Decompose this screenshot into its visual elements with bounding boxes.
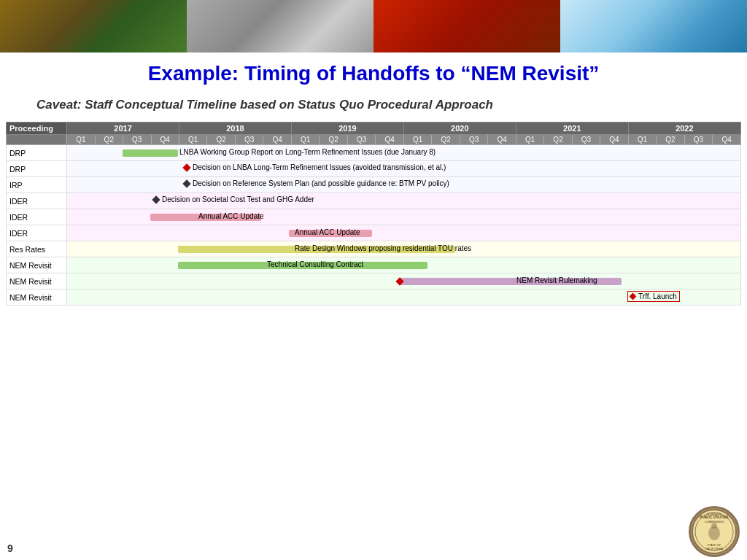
seal-svg: PUBLIC UTILITIES COMMISSION STATE OF CAL… — [691, 508, 738, 555]
q-5: Q1 — [179, 135, 207, 145]
gantt-label: NEM Revisit Rulemaking — [516, 276, 597, 284]
diamond-icon — [182, 163, 190, 171]
q-18: Q2 — [544, 135, 572, 145]
proc-cell: IRP — [7, 177, 67, 193]
diamond-label-text: Decision on LNBA Long-Term Refinement Is… — [193, 163, 446, 171]
gantt-label: Technical Consulting Contract — [267, 260, 363, 268]
gantt-data-cell: Annual ACC Update — [67, 209, 741, 225]
subtitle-section: Caveat: Staff Conceptual Timeline based … — [0, 89, 747, 120]
gantt-data-cell: Decision on Societal Cost Test and GHG A… — [67, 193, 741, 209]
header-image-3 — [374, 0, 560, 52]
diamond-icon — [182, 179, 190, 187]
gantt-row: NEM RevisitNEM Revisit Rulemaking — [7, 273, 741, 289]
year-2020: 2020 — [403, 122, 516, 135]
header-image-4 — [560, 0, 747, 52]
gantt-label: Rate Design Windows proposing residentia… — [295, 244, 471, 252]
q-6: Q2 — [207, 135, 235, 145]
gantt-data-cell: Technical Consulting Contract — [67, 257, 741, 273]
gantt-data-cell: Rate Design Windows proposing residentia… — [67, 241, 741, 257]
diamond-box-label-text: Trff. Launch — [638, 292, 677, 300]
year-header-row: Proceeding 2017 2018 2019 2020 2021 2022 — [7, 122, 741, 135]
gantt-row: NEM RevisitTrff. Launch — [7, 289, 741, 306]
header-image-1 — [0, 0, 187, 52]
year-2021: 2021 — [516, 122, 628, 135]
proc-cell: IDER — [7, 193, 67, 209]
q-2: Q2 — [95, 135, 123, 145]
q-7: Q3 — [235, 135, 263, 145]
diamond-icon — [630, 293, 637, 300]
proc-cell: Res Rates — [7, 241, 67, 257]
gantt-row: NEM RevisitTechnical Consulting Contract — [7, 257, 741, 273]
q-23: Q3 — [684, 135, 712, 145]
title-section: Example: Timing of Handoffs to “NEM Revi… — [0, 52, 747, 89]
proc-cell: IDER — [7, 225, 67, 241]
diamond-label-text: Decision on Societal Cost Test and GHG A… — [162, 195, 314, 203]
quarter-header-row: Q1 Q2 Q3 Q4 Q1 Q2 Q3 Q4 Q1 Q2 Q3 Q4 Q1 Q… — [7, 135, 741, 145]
diamond-icon — [152, 195, 160, 203]
gantt-label: Annual ACC Update — [198, 212, 264, 220]
quarter-proc-blank — [7, 135, 67, 145]
gantt-label: Annual ACC Update — [295, 228, 360, 236]
year-2022: 2022 — [628, 122, 740, 135]
gantt-bar — [123, 149, 178, 157]
page-number: 9 — [7, 542, 13, 554]
gantt-row: IDERAnnual ACC Update — [7, 225, 741, 241]
gantt-row: Res RatesRate Design Windows proposing r… — [7, 241, 741, 257]
gantt-data-cell: Decision on LNBA Long-Term Refinement Is… — [67, 161, 741, 177]
q-11: Q3 — [347, 135, 375, 145]
q-15: Q3 — [460, 135, 487, 145]
gantt-label: LNBA Working Group Report on Long-Term R… — [179, 148, 436, 156]
q-3: Q3 — [123, 135, 151, 145]
header-image-2 — [187, 0, 374, 52]
q-21: Q1 — [628, 135, 656, 145]
q-22: Q2 — [657, 135, 684, 145]
year-2018: 2018 — [179, 122, 292, 135]
gantt-row: DRPDecision on LNBA Long-Term Refinement… — [7, 161, 741, 177]
proc-cell: NEM Revisit — [7, 289, 67, 306]
q-16: Q4 — [488, 135, 516, 145]
proc-cell: DRP — [7, 161, 67, 177]
diamond-label: Decision on LNBA Long-Term Refinement Is… — [184, 163, 446, 171]
gantt-data-cell: Annual ACC Update — [67, 225, 741, 241]
proc-cell: DRP — [7, 145, 67, 161]
svg-text:CALIFORNIA: CALIFORNIA — [705, 547, 723, 551]
q-14: Q2 — [432, 135, 460, 145]
proc-cell: IDER — [7, 209, 67, 225]
diamond-label-box: Trff. Launch — [627, 291, 680, 302]
seal-circle: PUBLIC UTILITIES COMMISSION STATE OF CAL… — [689, 506, 740, 557]
gantt-row: IRPDecision on Reference System Plan (an… — [7, 177, 741, 193]
gantt-row: IDERDecision on Societal Cost Test and G… — [7, 193, 741, 209]
gantt-data-cell: NEM Revisit Rulemaking — [67, 273, 741, 289]
diamond-label-text: Decision on Reference System Plan (and p… — [193, 179, 449, 187]
seal: PUBLIC UTILITIES COMMISSION STATE OF CAL… — [689, 506, 740, 557]
svg-text:EUREKA: EUREKA — [708, 513, 721, 516]
q-12: Q4 — [376, 135, 403, 145]
header-strip — [0, 0, 747, 52]
q-20: Q4 — [600, 135, 628, 145]
main-title: Example: Timing of Handoffs to “NEM Revi… — [29, 61, 718, 86]
gantt-data-cell: Trff. Launch — [67, 289, 741, 306]
diamond-label: Decision on Societal Cost Test and GHG A… — [153, 195, 314, 203]
q-8: Q4 — [263, 135, 291, 145]
q-24: Q4 — [713, 135, 741, 145]
svg-point-5 — [711, 523, 717, 529]
gantt-data-cell: Decision on Reference System Plan (and p… — [67, 177, 741, 193]
q-10: Q2 — [320, 135, 347, 145]
q-4: Q4 — [151, 135, 179, 145]
q-19: Q3 — [572, 135, 600, 145]
year-2019: 2019 — [291, 122, 403, 135]
year-2017: 2017 — [67, 122, 179, 135]
gantt-row: IDERAnnual ACC Update — [7, 209, 741, 225]
q-17: Q1 — [516, 135, 543, 145]
proc-cell: NEM Revisit — [7, 273, 67, 289]
gantt-table: Proceeding 2017 2018 2019 2020 2021 2022… — [6, 122, 741, 306]
gantt-wrapper: Proceeding 2017 2018 2019 2020 2021 2022… — [0, 122, 747, 306]
q-9: Q1 — [291, 135, 319, 145]
gantt-data-cell: LNBA Working Group Report on Long-Term R… — [67, 145, 741, 161]
diamond-label: Decision on Reference System Plan (and p… — [184, 179, 449, 187]
q-13: Q1 — [403, 135, 431, 145]
proc-cell: NEM Revisit — [7, 257, 67, 273]
subtitle-text: Caveat: Staff Conceptual Timeline based … — [36, 96, 711, 114]
gantt-row: DRPLNBA Working Group Report on Long-Ter… — [7, 145, 741, 161]
q-1: Q1 — [67, 135, 95, 145]
